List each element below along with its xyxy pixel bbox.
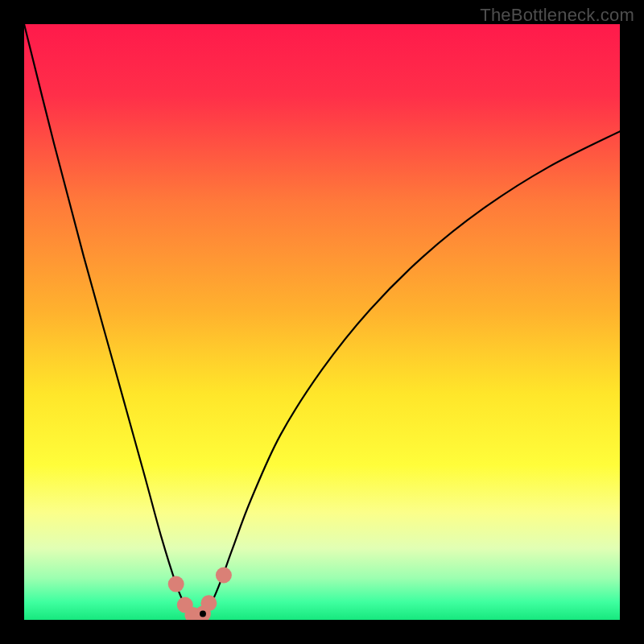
gradient-background — [24, 24, 620, 620]
watermark-text: TheBottleneck.com — [480, 5, 634, 26]
chart-svg — [24, 24, 620, 620]
trough-dot — [200, 611, 206, 617]
data-marker — [200, 595, 217, 611]
data-marker — [168, 576, 184, 592]
plot-area — [24, 24, 620, 620]
data-marker — [216, 568, 232, 584]
